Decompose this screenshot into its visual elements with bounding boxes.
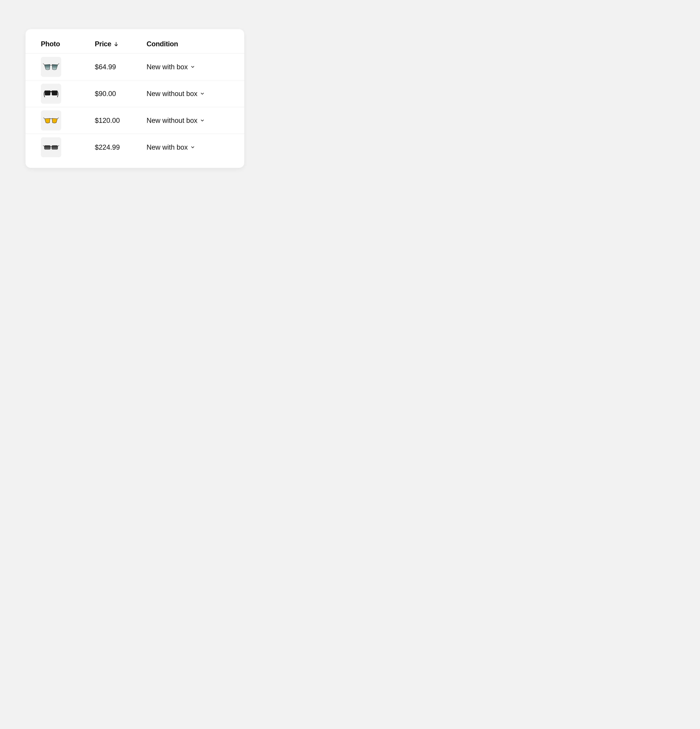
column-header-price-label: Price xyxy=(95,40,111,48)
column-header-price[interactable]: Price xyxy=(95,40,119,48)
product-thumbnail[interactable] xyxy=(41,137,61,157)
sunglasses-rectangular-black-icon xyxy=(42,138,60,156)
chevron-down-icon xyxy=(190,64,195,69)
sunglasses-yellow-lens-icon xyxy=(42,112,60,129)
product-thumbnail[interactable] xyxy=(41,110,61,131)
product-thumbnail[interactable] xyxy=(41,57,61,77)
condition-dropdown[interactable]: New without box xyxy=(147,90,197,98)
product-thumbnail[interactable] xyxy=(41,84,61,104)
svg-rect-7 xyxy=(45,145,51,149)
condition-dropdown[interactable]: New without box xyxy=(147,117,197,125)
svg-line-11 xyxy=(58,145,59,146)
condition-value: New with box xyxy=(147,144,188,151)
table-header-row: Photo Price Condition xyxy=(26,40,197,54)
svg-rect-8 xyxy=(52,145,58,149)
condition-value: New with box xyxy=(147,63,188,71)
price-value: $224.99 xyxy=(95,144,120,151)
price-value: $64.99 xyxy=(95,63,116,71)
sunglasses-aviator-gradient-icon xyxy=(42,58,60,76)
listings-card: Photo Price Condition xyxy=(26,29,197,168)
svg-line-1 xyxy=(43,64,45,65)
condition-value: New without box xyxy=(147,117,197,125)
svg-line-5 xyxy=(44,118,45,119)
condition-value: New without box xyxy=(147,90,197,98)
sunglasses-thick-black-icon xyxy=(42,85,60,102)
condition-dropdown[interactable]: New with box xyxy=(147,144,195,151)
listings-table: Photo Price Condition xyxy=(26,40,197,161)
condition-dropdown[interactable]: New with box xyxy=(147,63,195,71)
price-value: $90.00 xyxy=(95,90,116,97)
svg-rect-3 xyxy=(50,91,52,92)
column-header-photo[interactable]: Photo xyxy=(41,40,60,48)
table-row[interactable]: $64.99 New with box xyxy=(26,54,197,80)
svg-line-6 xyxy=(57,118,59,119)
chevron-down-icon xyxy=(190,145,195,150)
svg-line-2 xyxy=(58,64,59,65)
price-value: $120.00 xyxy=(95,117,120,124)
column-header-condition[interactable]: Condition xyxy=(147,40,178,48)
table-row[interactable]: $90.00 New without box xyxy=(26,80,197,107)
sort-down-icon xyxy=(113,41,119,47)
svg-line-10 xyxy=(43,145,45,146)
table-row[interactable]: $120.00 New without box xyxy=(26,107,197,134)
table-row[interactable]: $224.99 New with box xyxy=(26,134,197,161)
